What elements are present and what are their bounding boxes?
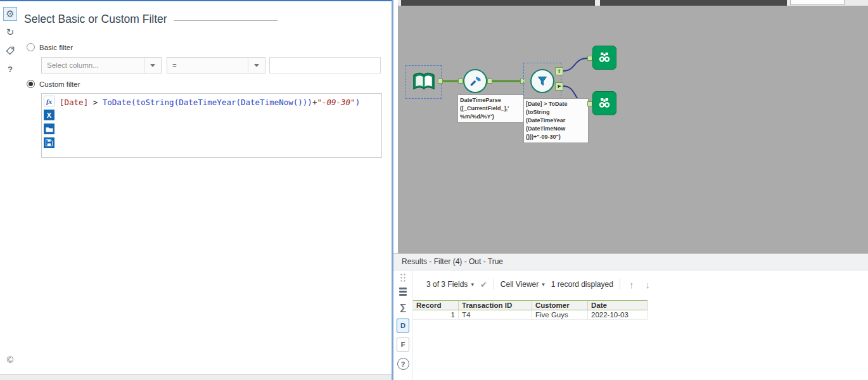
side-button-d-label: D: [400, 322, 405, 329]
expression-gutter: fx X: [44, 96, 56, 148]
tag-glyph: [6, 46, 15, 55]
tab-strip: [398, 0, 868, 6]
window-tab[interactable]: [600, 0, 787, 6]
radio-circle: [27, 43, 35, 51]
toolbar-separator: [494, 279, 494, 290]
metadata-icon[interactable]: ∑: [400, 301, 407, 312]
copyright-icon[interactable]: ©: [0, 355, 20, 365]
column-header-customer[interactable]: Customer: [532, 301, 588, 310]
config-side-toolbar: ⚙ ↻ ? ©: [0, 3, 20, 375]
datetime-input-anchor[interactable]: [458, 79, 463, 84]
browse-true-tool[interactable]: [592, 46, 616, 70]
table-header-row: Record Transaction ID Customer Date: [413, 300, 648, 310]
cell-transaction-id[interactable]: T4: [459, 310, 532, 320]
previous-record-button[interactable]: ↑: [627, 279, 637, 290]
browse-false-input-anchor[interactable]: [587, 101, 592, 106]
window-tab[interactable]: [401, 0, 595, 6]
results-body: ∑ D F ? 3 of 3 Fields ▾ ✔ Cell Viewer ▾: [393, 270, 868, 380]
functions-icon[interactable]: fx: [44, 96, 54, 106]
cell-viewer-dropdown[interactable]: Cell Viewer ▾: [501, 280, 545, 289]
datetime-tool-icon: [468, 74, 482, 88]
browse-true-input-anchor[interactable]: [587, 56, 592, 61]
expr-token: [Date]: [60, 98, 88, 107]
help-glyph: ?: [401, 360, 405, 368]
saved-expressions-icon[interactable]: [44, 137, 54, 148]
column-select[interactable]: Select column...: [41, 57, 162, 73]
basic-filter-label: Basic filter: [39, 44, 73, 51]
operator-select[interactable]: =: [167, 57, 265, 73]
table-row: 1 T4 Five Guys 2022-10-03: [413, 310, 648, 320]
chevron-down-icon: ▾: [471, 281, 474, 288]
expression-editor[interactable]: fx X [Date] > ToDate(toString(DateTimeYe…: [41, 93, 382, 158]
results-help-icon[interactable]: ?: [397, 358, 409, 370]
custom-filter-label: Custom filter: [39, 80, 80, 88]
help-glyph: ?: [8, 65, 13, 74]
workflow-canvas[interactable]: DateTimeParse ([_CurrentField_],' %m/%d/…: [393, 0, 868, 253]
results-grid-icon[interactable]: [398, 287, 408, 296]
apply-check-icon[interactable]: ✔: [480, 280, 487, 289]
refresh-icon[interactable]: ↻: [3, 25, 17, 39]
constants-icon[interactable]: [44, 124, 54, 134]
arrow-up-glyph: ↑: [629, 279, 634, 290]
input-output-anchor[interactable]: [438, 79, 443, 84]
column-select-placeholder: Select column...: [42, 61, 144, 69]
results-side-toolbar: ∑ D F ?: [393, 270, 413, 380]
filter-annotation[interactable]: [Date] > ToDate (toString (DateTimeYear …: [523, 98, 589, 143]
filter-false-anchor[interactable]: F: [555, 82, 563, 91]
results-header: Results - Filter (4) - Out - True: [393, 253, 868, 270]
side-button-f-label: F: [401, 341, 405, 348]
expr-token: "-09-30": [317, 98, 355, 107]
fields-dropdown[interactable]: 3 of 3 Fields ▾: [426, 280, 474, 289]
check-glyph: ✔: [480, 280, 487, 289]
record-count-label: 1 record displayed: [551, 280, 613, 289]
datetime-output-anchor[interactable]: [487, 79, 492, 84]
expr-token: toString(: [136, 98, 179, 107]
browse-false-tool[interactable]: [592, 91, 616, 115]
cell-date[interactable]: 2022-10-03: [588, 310, 648, 320]
chevron-down-icon: [144, 58, 161, 73]
workflow-area: DateTimeParse ([_CurrentField_],' %m/%d/…: [393, 0, 868, 380]
cell-customer[interactable]: Five Guys: [532, 310, 588, 320]
input-data-tool[interactable]: [405, 65, 442, 99]
column-header-transaction-id[interactable]: Transaction ID: [459, 301, 532, 310]
datetime-parse-tool[interactable]: [463, 69, 487, 93]
anchor-false-label: F: [558, 84, 561, 89]
drag-handle[interactable]: [400, 273, 406, 282]
binoculars-icon: [597, 50, 612, 65]
chevron-down-icon: ▾: [542, 281, 545, 288]
column-header-record[interactable]: Record: [413, 301, 459, 310]
expr-token: ToDate(: [103, 98, 136, 107]
side-button-d[interactable]: D: [397, 319, 409, 332]
basic-filter-radio[interactable]: Basic filter: [27, 43, 73, 51]
save-glyph: [46, 139, 53, 146]
column-header-date[interactable]: Date: [588, 301, 648, 310]
anchor-true-label: T: [558, 68, 561, 74]
gear-icon[interactable]: ⚙: [3, 7, 17, 21]
results-toolbar: 3 of 3 Fields ▾ ✔ Cell Viewer ▾ 1 record…: [413, 270, 868, 298]
datetime-annotation[interactable]: DateTimeParse ([_CurrentField_],' %m/%d/…: [457, 94, 524, 123]
expression-text[interactable]: [Date] > ToDate(toString(DateTimeYear(Da…: [60, 98, 378, 108]
filter-tool-icon: [536, 75, 549, 87]
help-icon[interactable]: ?: [3, 62, 17, 76]
config-title-row: Select Basic or Custom Filter: [24, 13, 278, 26]
filter-true-anchor[interactable]: T: [555, 67, 563, 75]
columns-icon[interactable]: X: [44, 110, 54, 120]
filter-value-input[interactable]: [269, 57, 381, 73]
gear-glyph: ⚙: [6, 8, 14, 20]
canvas-background[interactable]: [398, 6, 868, 253]
toolbar-separator: [620, 279, 620, 290]
next-record-button[interactable]: ↓: [642, 279, 653, 290]
folder-glyph: [46, 126, 53, 132]
side-button-f[interactable]: F: [397, 338, 409, 352]
cell-record[interactable]: 1: [413, 310, 459, 320]
filter-tool-circle: [530, 69, 554, 93]
expr-token: DateTimeYear(: [179, 98, 241, 107]
window-tab-active[interactable]: [790, 0, 845, 5]
fx-glyph: fx: [46, 98, 52, 105]
tag-icon[interactable]: [3, 44, 17, 58]
binoculars-icon: [597, 96, 612, 111]
results-panel: Results - Filter (4) - Out - True ∑ D F …: [393, 253, 868, 380]
expr-token: ): [355, 98, 361, 107]
custom-filter-radio[interactable]: Custom filter: [27, 80, 80, 88]
expr-token: >: [88, 98, 103, 107]
